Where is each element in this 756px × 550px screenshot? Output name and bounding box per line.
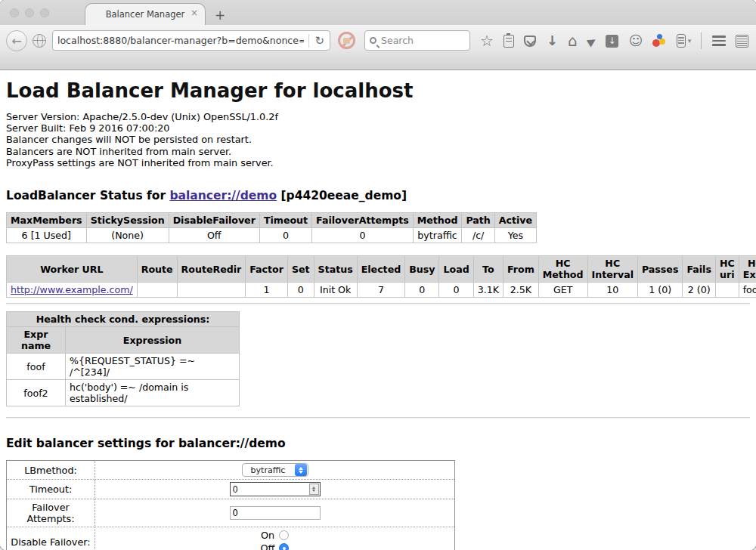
edit-balancer-form: LBmethod: bytraffic Timeout: 0: [6, 460, 455, 550]
radio-off[interactable]: [279, 543, 289, 550]
pages-grid-icon[interactable]: [736, 35, 748, 48]
number-stepper-icon[interactable]: [309, 484, 319, 495]
cell-maxmembers: 6 [1 Used]: [7, 228, 87, 243]
bookmark-star-icon[interactable]: ☆: [480, 33, 494, 48]
server-version-line: Server Version: Apache/2.5.0-dev (Unix) …: [6, 111, 750, 122]
toolbar-icons: ☆ ↓ ⌂ ▶ ↓ ☺ ▾: [480, 30, 750, 51]
balancer-status-table: MaxMembers StickySession DisableFailover…: [6, 212, 537, 243]
col-expression: Expression: [66, 327, 240, 354]
col-busy: Busy: [405, 256, 439, 283]
col-route: Route: [137, 256, 177, 283]
page-title: Load Balancer Manager for localhost: [6, 70, 750, 102]
url-input[interactable]: [53, 35, 308, 46]
health-check-table: Health check cond. expressions: Expr nam…: [6, 311, 240, 406]
window-controls[interactable]: [10, 8, 49, 17]
send-tab-icon[interactable]: ▶: [585, 33, 599, 48]
col-load: Load: [439, 256, 473, 283]
col-factor: Factor: [246, 256, 288, 283]
site-identity-globe-icon[interactable]: [33, 34, 46, 48]
col-stickysession: StickySession: [86, 213, 169, 228]
browser-window: Balancer Manager × + ← ↻ ☆ ↓ ⌂ ▶ ↓ ☺: [0, 0, 756, 550]
cell-method: bytraffic: [413, 228, 462, 243]
toolbar-divider: [701, 32, 702, 49]
form-row-lbmethod: LBmethod: bytraffic: [7, 461, 455, 480]
table-title-row: Health check cond. expressions:: [7, 312, 240, 327]
edit-settings-heading: Edit balancer settings for balancer://de…: [6, 437, 750, 450]
disable-failover-label: Disable Failover:: [7, 527, 95, 550]
navigation-toolbar: ← ↻ ☆ ↓ ⌂ ▶ ↓ ☺ ▾: [0, 25, 756, 70]
cell-route: [137, 283, 177, 298]
save-page-icon[interactable]: ↓: [606, 35, 618, 48]
downloads-icon[interactable]: ↓: [547, 34, 558, 48]
cell-hc-method: GET: [538, 283, 587, 298]
table-header-row: Worker URL Route RouteRedir Factor Set S…: [7, 256, 756, 283]
tab-close-icon[interactable]: ×: [191, 8, 198, 17]
server-built-line: Server Built: Feb 9 2016 07:00:20: [6, 122, 750, 134]
form-row-disable-failover: Disable Failover: On Off: [7, 527, 455, 550]
cell-disablefailover: Off: [169, 228, 259, 243]
table-header-row: Expr name Expression: [7, 327, 240, 354]
close-window-button[interactable]: [10, 8, 19, 17]
new-tab-button[interactable]: +: [215, 8, 225, 23]
reading-list-icon[interactable]: [503, 35, 514, 48]
health-table-title: Health check cond. expressions:: [7, 312, 240, 327]
col-path: Path: [462, 213, 494, 228]
col-timeout: Timeout: [259, 213, 311, 228]
status-heading-prefix: LoadBalancer Status for: [6, 189, 169, 202]
search-icon: [370, 37, 376, 44]
tab-balancer-manager[interactable]: Balancer Manager ×: [85, 3, 206, 25]
col-fails: Fails: [683, 256, 716, 283]
failover-attempts-input[interactable]: [230, 506, 321, 520]
chat-smiley-icon[interactable]: ☺: [628, 34, 643, 48]
loadbalancer-status-heading: LoadBalancer Status for balancer://demo …: [6, 189, 750, 202]
proxypass-note-line: ProxyPass settings are NOT inherited fro…: [6, 157, 750, 168]
col-hc-expr: HC Expr: [739, 256, 756, 283]
battery-widget[interactable]: ▾: [677, 34, 692, 48]
battery-icon: [677, 34, 686, 48]
back-button[interactable]: ←: [6, 30, 27, 51]
menu-hamburger-icon[interactable]: [712, 36, 726, 46]
minimize-window-button[interactable]: [25, 8, 34, 17]
col-failoverattempts: FailoverAttempts: [312, 213, 414, 228]
extension-dots-icon[interactable]: [652, 34, 666, 48]
cell-routeredir: [177, 283, 246, 298]
worker-url-link[interactable]: http://www.example.com/: [11, 284, 133, 295]
cell-status: Init Ok: [314, 283, 357, 298]
section-divider: [6, 417, 750, 419]
balancer-demo-link[interactable]: balancer://demo: [169, 189, 277, 202]
cell-load: 0: [439, 283, 473, 298]
cell-stickysession: (None): [86, 228, 169, 243]
table-row: http://www.example.com/ 1 0 Init Ok 7 0 …: [7, 283, 756, 298]
search-input[interactable]: [376, 35, 465, 46]
content-blocker-icon[interactable]: [338, 32, 355, 49]
failover-attempts-label: Failover Attempts:: [7, 499, 95, 527]
col-maxmembers: MaxMembers: [7, 213, 87, 228]
lbmethod-selected-value: bytraffic: [243, 465, 294, 475]
persist-note-line: Balancer changes will NOT be persisted o…: [6, 134, 750, 145]
pocket-icon[interactable]: [524, 36, 536, 47]
lbmethod-select[interactable]: bytraffic: [242, 463, 308, 477]
timeout-input[interactable]: 0: [230, 482, 321, 496]
cell-expression: hc('body') =~ /domain is established/: [66, 380, 240, 406]
radio-off-label: Off: [261, 542, 275, 550]
form-row-timeout: Timeout: 0: [7, 480, 455, 499]
cell-hc-interval: 10: [587, 283, 637, 298]
reload-icon[interactable]: ↻: [309, 34, 330, 48]
home-icon[interactable]: ⌂: [568, 33, 578, 48]
search-bar[interactable]: [364, 30, 470, 51]
worker-table: Worker URL Route RouteRedir Factor Set S…: [6, 255, 756, 298]
radio-on[interactable]: [279, 530, 289, 540]
timeout-value: 0: [231, 484, 309, 495]
cell-hc-uri: [715, 283, 739, 298]
col-hc-uri: HC uri: [715, 256, 739, 283]
col-hc-interval: HC Interval: [587, 256, 637, 283]
col-expr-name: Expr name: [7, 327, 66, 354]
server-info: Server Version: Apache/2.5.0-dev (Unix) …: [6, 111, 750, 168]
page-content: Load Balancer Manager for localhost Serv…: [0, 70, 756, 550]
cell-active: Yes: [494, 228, 536, 243]
cell-factor: 1: [246, 283, 288, 298]
url-bar[interactable]: ↻: [52, 30, 330, 51]
zoom-window-button[interactable]: [40, 8, 49, 17]
col-disablefailover: DisableFailover: [169, 213, 259, 228]
col-elected: Elected: [357, 256, 405, 283]
